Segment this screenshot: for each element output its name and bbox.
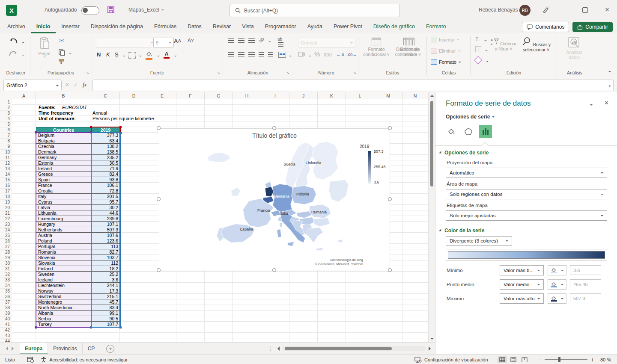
- country-cell[interactable]: Montenegro: [36, 299, 91, 305]
- menu-tab-dise-o-de-gr-fico[interactable]: Diseño de gráfico: [368, 21, 420, 33]
- save-icon[interactable]: [107, 6, 115, 14]
- zoom-slider-thumb[interactable]: [558, 357, 560, 362]
- find-select-button[interactable]: Buscar y seleccionar ˅: [519, 37, 553, 52]
- value-cell[interactable]: 107.7: [91, 322, 120, 327]
- menu-tab-datos[interactable]: Datos: [182, 21, 207, 33]
- column-header-j[interactable]: J: [289, 92, 318, 99]
- column-headers[interactable]: ABCDEFGHIJKLMN: [0, 92, 428, 100]
- legend-title[interactable]: 2019: [360, 144, 369, 149]
- sheet-prev-icon[interactable]: [6, 346, 8, 351]
- menu-tab-power-pivot[interactable]: Power Pivot: [328, 21, 368, 33]
- value-cell[interactable]: 239.8: [91, 216, 120, 222]
- value-cell[interactable]: 44.6: [91, 210, 120, 216]
- row-header-17[interactable]: 17: [0, 188, 12, 194]
- row-header-19[interactable]: 19: [0, 199, 12, 205]
- cancel-icon[interactable]: ✕: [65, 82, 69, 88]
- country-cell[interactable]: Slovenia: [36, 255, 91, 260]
- copy-icon[interactable]: [58, 49, 65, 56]
- row-header-41[interactable]: 41: [0, 322, 12, 328]
- row-header-23[interactable]: 23: [0, 222, 12, 228]
- number-format-combo[interactable]: General: [298, 38, 355, 47]
- redo-chevron-icon[interactable]: [22, 55, 24, 57]
- country-cell[interactable]: Italy: [36, 194, 91, 199]
- row-header-26[interactable]: 26: [0, 238, 12, 244]
- section-series-color[interactable]: Color de la serie: [440, 228, 484, 234]
- sheet-tab-europa[interactable]: Europa: [20, 343, 48, 355]
- number-dialog-launcher[interactable]: ↘: [353, 71, 356, 75]
- column-header-c[interactable]: C: [91, 92, 120, 99]
- accounting-format-icon[interactable]: [298, 51, 305, 57]
- country-cell[interactable]: Portugal: [36, 244, 91, 249]
- country-cell[interactable]: Greece: [36, 172, 91, 177]
- country-cell[interactable]: France: [36, 183, 91, 188]
- value-cell[interactable]: 18.2: [91, 266, 120, 272]
- horizontal-scroll-thumb[interactable]: [285, 347, 392, 350]
- value-cell[interactable]: 103.7: [91, 255, 120, 260]
- map-projection-select[interactable]: Automático: [446, 168, 607, 178]
- value-cell[interactable]: 82.7: [91, 249, 120, 255]
- accessibility-icon[interactable]: [41, 356, 47, 363]
- value-cell[interactable]: 107.1: [91, 222, 120, 227]
- pen-coming-soon-icon[interactable]: [541, 6, 550, 14]
- wrap-text-icon[interactable]: ab: [277, 37, 282, 41]
- clipboard-dialog-launcher[interactable]: ↘: [86, 71, 89, 75]
- new-sheet-button[interactable]: +: [106, 345, 114, 353]
- orientation-chevron-icon[interactable]: [268, 41, 271, 44]
- menu-tab-programador[interactable]: Programador: [259, 21, 302, 33]
- country-cell[interactable]: Slovakia: [36, 260, 91, 266]
- map-labels-select[interactable]: Solo mejor ajustadas: [446, 210, 607, 221]
- increase-decimal-icon[interactable]: ←.0: [337, 52, 344, 57]
- country-cell[interactable]: Serbia: [36, 316, 91, 322]
- chart-handle-w[interactable]: [157, 197, 161, 201]
- row-header-28[interactable]: 28: [0, 249, 12, 255]
- cell-styles-button[interactable]: Estilos de celda ˅: [395, 38, 425, 57]
- italic-button[interactable]: K: [106, 51, 110, 58]
- column-header-n[interactable]: N: [402, 92, 428, 99]
- zoom-out-button[interactable]: −: [538, 356, 541, 363]
- row-header-20[interactable]: 20: [0, 205, 12, 211]
- chart-handle-e[interactable]: [388, 197, 392, 201]
- font-color-button[interactable]: A: [164, 51, 170, 59]
- underline-button[interactable]: S: [115, 51, 119, 58]
- value-cell[interactable]: 507.3: [91, 227, 120, 233]
- column-header-k[interactable]: K: [318, 92, 346, 99]
- value-cell[interactable]: 215.1: [91, 294, 120, 299]
- collapse-ribbon-icon[interactable]: [608, 71, 611, 74]
- chart-handle-sw[interactable]: [157, 268, 161, 272]
- row-header-38[interactable]: 38: [0, 305, 12, 311]
- value-cell[interactable]: 17.3: [91, 288, 120, 294]
- chart-handle-se[interactable]: [388, 268, 392, 272]
- row-header-37[interactable]: 37: [0, 299, 12, 305]
- copy-chevron-icon[interactable]: [69, 53, 72, 56]
- row-header-3[interactable]: 3: [0, 110, 12, 116]
- section-series-options[interactable]: Opciones de serie: [440, 150, 489, 156]
- row-header-18[interactable]: 18: [0, 194, 12, 200]
- view-normal-button[interactable]: [498, 356, 507, 363]
- clear-chevron-icon[interactable]: [486, 61, 489, 63]
- undo-icon[interactable]: [9, 38, 18, 45]
- sheet-tab-cp[interactable]: CP: [83, 343, 101, 355]
- row-header-25[interactable]: 25: [0, 233, 12, 239]
- zoom-in-button[interactable]: +: [591, 356, 594, 363]
- value-cell[interactable]: 90.5: [91, 316, 120, 322]
- value-cell[interactable]: 82.4: [91, 172, 120, 177]
- alignment-dialog-launcher[interactable]: ↘: [286, 71, 289, 75]
- maximum-select[interactable]: Valor más alto: [500, 293, 544, 304]
- analyze-data-button[interactable]: Analizar datos: [560, 37, 588, 60]
- row-header-7[interactable]: 7: [0, 133, 12, 139]
- column-header-i[interactable]: I: [261, 92, 289, 99]
- value-cell[interactable]: 123.6: [91, 238, 120, 244]
- column-header-h[interactable]: H: [233, 92, 261, 99]
- macro-record-icon[interactable]: [27, 357, 34, 363]
- country-cell[interactable]: Cyprus: [36, 199, 91, 205]
- sheet-tab-provincias[interactable]: Provincias: [48, 343, 82, 355]
- row-header-32[interactable]: 32: [0, 272, 12, 278]
- country-cell[interactable]: Austria: [36, 233, 91, 238]
- fill-chevron-icon[interactable]: [485, 50, 488, 53]
- minimum-color-button[interactable]: [548, 265, 566, 275]
- name-box[interactable]: Gráfico 2: [3, 80, 62, 91]
- align-right-icon[interactable]: [248, 52, 255, 57]
- value-cell[interactable]: 201.5: [91, 194, 120, 199]
- value-cell[interactable]: 107.6: [91, 233, 120, 238]
- midpoint-select[interactable]: Valor medio: [500, 279, 544, 290]
